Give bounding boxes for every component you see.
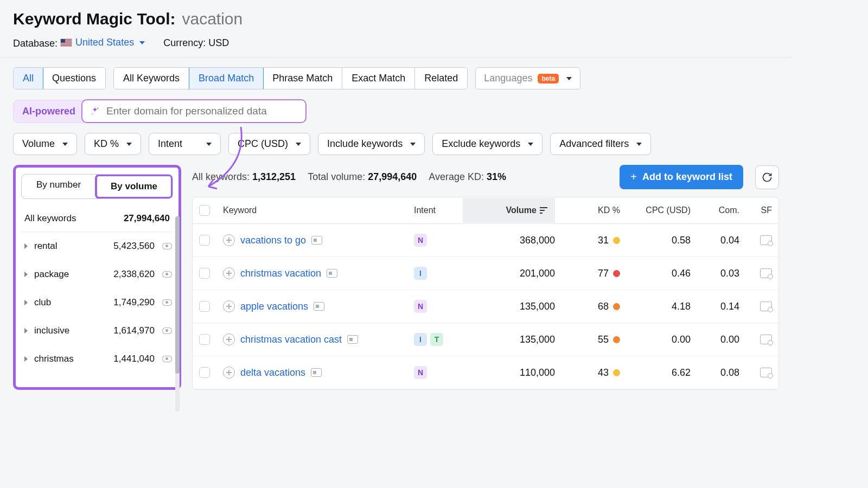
th-intent[interactable]: Intent [414, 206, 463, 215]
sidebar-scrollbar[interactable] [175, 216, 180, 412]
intent-cell: N [414, 366, 463, 379]
row-checkbox[interactable] [199, 235, 210, 246]
th-com[interactable]: Com. [691, 206, 739, 215]
sf-icon[interactable] [760, 301, 772, 311]
tab-questions[interactable]: Questions [43, 68, 105, 89]
keyword-group-row[interactable]: package2,338,620 [21, 260, 173, 288]
volume-cell: 135,000 [463, 301, 555, 312]
match-tabs: All Keywords Broad Match Phrase Match Ex… [113, 67, 468, 89]
keyword-group-row[interactable]: club1,749,290 [21, 288, 173, 317]
th-kd[interactable]: KD % [555, 206, 620, 215]
tab-broad-match[interactable]: Broad Match [189, 67, 264, 89]
chevron-right-icon [24, 300, 28, 305]
tab-related[interactable]: Related [415, 68, 467, 89]
group-count: 1,614,970 [113, 325, 155, 336]
keyword-link[interactable]: christmas vacation cast [240, 334, 342, 345]
intent-cell: N [414, 300, 463, 313]
sort-by-number[interactable]: By number [22, 175, 95, 198]
keyword-group-row[interactable]: inclusive1,614,970 [21, 317, 173, 345]
keywords-table: Keyword Intent Volume KD % CPC (USD) Com… [192, 197, 779, 390]
group-label: christmas [34, 354, 109, 364]
tab-exact-match[interactable]: Exact Match [342, 68, 415, 89]
expand-icon[interactable] [223, 333, 235, 345]
eye-icon[interactable] [162, 243, 172, 249]
tab-all[interactable]: All [13, 67, 43, 89]
sort-desc-icon [540, 207, 547, 214]
serp-icon[interactable] [347, 335, 358, 344]
keyword-link[interactable]: apple vacations [240, 301, 308, 312]
expand-icon[interactable] [223, 367, 235, 378]
refresh-button[interactable] [755, 165, 779, 189]
expand-icon[interactable] [223, 234, 235, 246]
serp-icon[interactable] [311, 368, 322, 377]
domain-input-wrap[interactable] [81, 99, 307, 123]
filter-kd[interactable]: KD % [85, 133, 141, 155]
serp-icon[interactable] [311, 236, 322, 245]
page-header: Keyword Magic Tool: vacation Database: U… [13, 10, 779, 49]
chevron-down-icon [62, 143, 68, 146]
keyword-group-row[interactable]: rental5,423,560 [21, 232, 173, 260]
filter-include[interactable]: Include keywords [318, 133, 425, 155]
sf-icon[interactable] [760, 235, 772, 245]
svg-point-1 [92, 114, 93, 115]
chevron-down-icon [296, 143, 301, 146]
group-count: 1,441,040 [113, 354, 155, 364]
eye-icon[interactable] [162, 271, 172, 278]
intent-badge: N [414, 366, 427, 379]
keyword-link[interactable]: christmas vacation [240, 268, 321, 279]
tab-phrase-match[interactable]: Phrase Match [263, 68, 342, 89]
sf-icon[interactable] [760, 368, 772, 377]
eye-icon[interactable] [162, 328, 172, 334]
row-checkbox[interactable] [199, 301, 210, 312]
filter-intent[interactable]: Intent [149, 133, 221, 155]
sort-toggle: By number By volume [21, 174, 173, 199]
database-link[interactable]: United States [60, 37, 145, 48]
chevron-down-icon [126, 143, 132, 146]
currency-value: USD [208, 37, 229, 48]
kd-dot-icon [613, 237, 620, 244]
row-checkbox[interactable] [199, 268, 210, 279]
chevron-down-icon [206, 143, 212, 146]
languages-dropdown[interactable]: Languages beta [475, 67, 580, 89]
database-block: Database: United States [13, 37, 145, 49]
filter-exclude[interactable]: Exclude keywords [432, 133, 542, 155]
serp-icon[interactable] [314, 302, 324, 311]
keyword-group-row[interactable]: christmas1,441,040 [21, 345, 173, 373]
intent-badge: N [414, 300, 427, 313]
group-label: club [34, 297, 109, 308]
table-row: apple vacationsN135,000684.180.14 [193, 290, 778, 323]
add-to-keyword-list-button[interactable]: + Add to keyword list [620, 165, 743, 189]
tab-all-keywords[interactable]: All Keywords [114, 68, 189, 89]
th-keyword[interactable]: Keyword [223, 206, 414, 215]
row-checkbox[interactable] [199, 334, 210, 345]
domain-input[interactable] [106, 105, 298, 117]
kd-dot-icon [613, 336, 620, 343]
serp-icon[interactable] [327, 269, 337, 278]
keyword-link[interactable]: vacations to go [240, 235, 306, 246]
th-sf[interactable]: SF [739, 206, 772, 215]
row-checkbox[interactable] [199, 367, 210, 378]
sidebar-all-keywords-row[interactable]: All keywords 27,994,640 [21, 208, 173, 232]
eye-icon[interactable] [162, 356, 172, 362]
expand-icon[interactable] [223, 267, 235, 279]
plus-icon: + [630, 171, 637, 183]
eye-icon[interactable] [162, 299, 172, 306]
volume-cell: 135,000 [463, 334, 555, 345]
sf-icon[interactable] [760, 268, 772, 278]
expand-icon[interactable] [223, 300, 235, 312]
keyword-link[interactable]: delta vacations [240, 367, 305, 378]
chevron-right-icon [24, 328, 28, 333]
select-all-checkbox[interactable] [199, 205, 210, 216]
filter-volume[interactable]: Volume [13, 133, 77, 155]
filter-cpc[interactable]: CPC (USD) [228, 133, 310, 155]
cpc-cell: 0.00 [620, 334, 691, 345]
group-count: 2,338,620 [113, 269, 155, 280]
sf-icon[interactable] [760, 335, 772, 344]
svg-rect-3 [540, 210, 545, 211]
th-cpc[interactable]: CPC (USD) [620, 206, 691, 215]
filter-advanced[interactable]: Advanced filters [550, 133, 651, 155]
page-title: Keyword Magic Tool: [13, 10, 175, 28]
th-volume[interactable]: Volume [463, 198, 555, 223]
volume-cell: 201,000 [463, 268, 555, 279]
sort-by-volume[interactable]: By volume [95, 174, 173, 199]
